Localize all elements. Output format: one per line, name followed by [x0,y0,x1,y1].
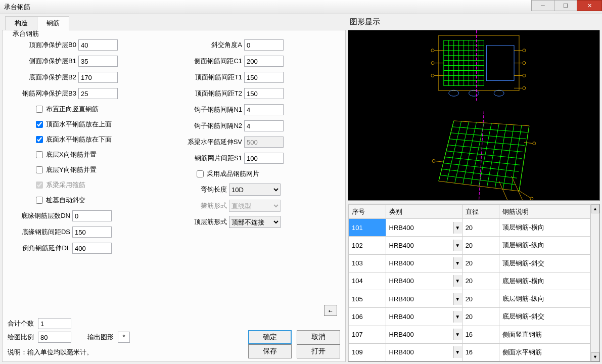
table-cell[interactable]: HRB400▼ [386,272,462,290]
input-B3[interactable] [78,88,118,99]
chk-vertical-rebar[interactable]: 布置正向竖直钢筋 [11,103,171,115]
table-cell[interactable]: 底层钢筋-斜交 [499,308,590,326]
table-row[interactable]: 104HRB400▼20底层钢筋-横向 [349,272,590,290]
dropdown-icon[interactable]: ▼ [453,275,462,287]
dropdown-icon[interactable]: ▼ [453,240,462,251]
table-cell[interactable]: 16 [462,326,499,343]
table-cell[interactable]: HRB400▼ [386,290,462,308]
table-header[interactable]: 直径 [462,205,499,219]
chk-prefab-mesh[interactable]: 采用成品钢筋网片 [176,168,337,180]
chk-top-horizontal[interactable]: 顶面水平钢筋放在上面 [11,118,171,130]
output-box[interactable]: * [118,332,130,343]
scroll-up-icon[interactable]: ▲ [591,204,599,213]
input-S1[interactable] [244,153,284,164]
input-DS[interactable] [72,226,112,238]
table-cell[interactable]: 20 [462,219,499,237]
table-cell[interactable]: HRB400▼ [386,237,462,254]
table-cell[interactable]: 20 [462,254,499,272]
chk-bottom-x[interactable]: 底层X向钢筋并置 [11,149,171,161]
scrollbar[interactable]: ▲ ▼ [590,204,599,361]
input-N1[interactable] [244,104,284,115]
input-B1[interactable] [78,56,118,67]
dropdown-icon[interactable]: ▼ [453,222,462,234]
table-row[interactable]: 105HRB400▼20底层钢筋-纵向 [349,290,590,308]
table-cell[interactable]: HRB400▼ [386,308,462,326]
dropdown-icon[interactable]: ▼ [453,329,462,340]
input-T2[interactable] [244,88,284,99]
table-cell[interactable]: 底层钢筋-横向 [499,272,590,290]
table-header[interactable]: 序号 [349,205,386,219]
table-cell[interactable]: 20 [462,237,499,254]
input-count[interactable] [38,318,71,329]
input-DL[interactable] [72,243,112,254]
tab-structure[interactable]: 构造 [5,16,37,30]
cancel-button[interactable]: 取消 [297,330,340,344]
table-cell[interactable]: 16 [462,343,499,361]
svg-point-34 [494,90,504,96]
chk-bottom-y[interactable]: 底层Y向钢筋并置 [11,164,171,176]
table-cell[interactable]: 顶层钢筋-横向 [499,219,590,237]
dropdown-icon[interactable]: ▼ [453,311,462,323]
table-cell[interactable]: 104 [349,272,386,290]
table-cell[interactable]: 顶层钢筋-斜交 [499,254,590,272]
table-cell[interactable]: 105 [349,290,386,308]
label-B1: 侧面净保护层B1 [11,57,76,66]
minimize-button[interactable]: ─ [531,0,554,11]
table-row[interactable]: 106HRB400▼20底层钢筋-斜交 [349,308,590,326]
tab-rebar[interactable]: 钢筋 [37,16,69,30]
table-row[interactable]: 107HRB400▼16侧面竖直钢筋 [349,326,590,343]
table-row[interactable]: 103HRB400▼20顶层钢筋-斜交 [349,254,590,272]
table-cell[interactable]: 101 [349,219,386,237]
svg-rect-17 [486,46,514,81]
table-cell[interactable]: HRB400▼ [386,219,462,237]
dropdown-icon[interactable]: ▼ [453,346,462,358]
chk-bottom-horizontal[interactable]: 底面水平钢筋放在下面 [11,133,171,146]
table-row[interactable]: 109HRB400▼16侧面水平钢筋 [349,343,590,361]
table-cell[interactable]: 103 [349,254,386,272]
svg-point-32 [449,90,459,96]
dropdown-icon[interactable]: ▼ [453,293,462,305]
table-cell[interactable]: 106 [349,308,386,326]
input-T1[interactable] [244,72,284,83]
rebar-table[interactable]: 序号类别直径钢筋说明 101HRB400▼20顶层钢筋-横向102HRB400▼… [348,204,590,361]
chk-pile-auto-oblique[interactable]: 桩基自动斜交 [11,194,171,206]
table-cell[interactable]: 底层钢筋-纵向 [499,290,590,308]
table-cell[interactable]: 侧面竖直钢筋 [499,326,590,343]
graphics-viewer[interactable] [348,30,600,201]
table-cell[interactable]: 109 [349,343,386,361]
table-cell[interactable]: HRB400▼ [386,254,462,272]
table-cell[interactable]: 20 [462,290,499,308]
input-C1[interactable] [244,56,284,67]
window-title: 承台钢筋 [4,3,532,12]
scroll-down-icon[interactable]: ▼ [591,352,599,361]
table-row[interactable]: 102HRB400▼20顶层钢筋-纵向 [349,237,590,254]
input-B2[interactable] [78,72,118,83]
input-N2[interactable] [244,120,284,131]
input-scale[interactable] [38,332,71,343]
table-cell[interactable]: 20 [462,308,499,326]
select-toprebar[interactable]: 顶部不连接 [229,216,281,228]
save-button[interactable]: 保存 [248,344,292,358]
maximize-button[interactable]: ☐ [554,0,577,11]
table-cell[interactable]: 107 [349,326,386,343]
table-cell[interactable]: 顶层钢筋-纵向 [499,237,590,254]
table-row[interactable]: 101HRB400▼20顶层钢筋-横向 [349,219,590,237]
table-cell[interactable]: HRB400▼ [386,343,462,361]
table-cell[interactable]: 侧面水平钢筋 [499,343,590,361]
table-header[interactable]: 钢筋说明 [499,205,590,219]
table-cell[interactable]: 20 [462,272,499,290]
table-cell[interactable]: HRB400▼ [386,326,462,343]
open-button[interactable]: 打开 [297,344,340,358]
table-header[interactable]: 类别 [386,205,462,219]
dropdown-icon[interactable]: ▼ [453,257,462,269]
ok-button[interactable]: 确定 [248,330,292,344]
input-DN[interactable] [72,210,112,221]
label-N1: 钩子钢筋间隔N1 [176,105,242,114]
arrow-button[interactable]: ← [324,305,337,316]
close-button[interactable]: ✕ [577,0,602,11]
select-hook[interactable]: 10D [229,184,281,196]
input-A[interactable] [244,39,284,51]
table-cell[interactable]: 102 [349,237,386,254]
svg-point-26 [523,62,526,65]
input-B0[interactable] [78,39,118,51]
